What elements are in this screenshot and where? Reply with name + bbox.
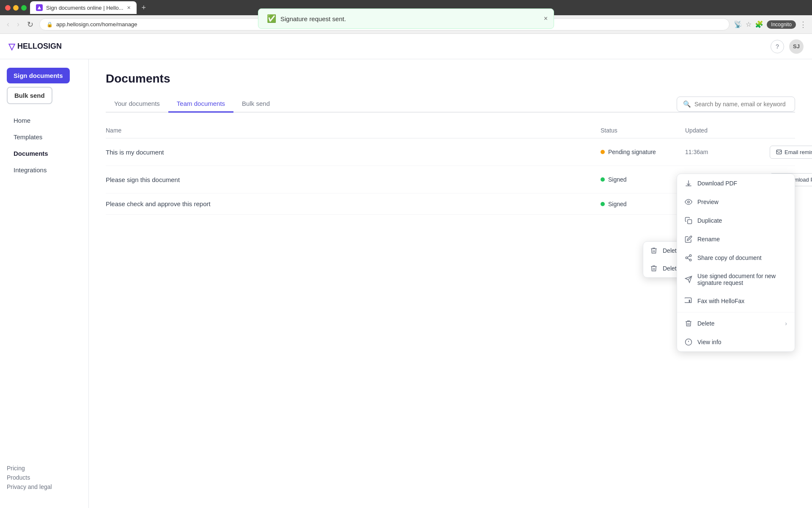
svg-line-7 [687,256,689,257]
maximize-window-btn[interactable] [21,5,27,11]
updated-time: 11:36am [685,149,770,155]
logo-icon: ▽ [8,41,15,52]
extensions-icon[interactable]: 🧩 [755,20,763,28]
main-content: Documents Your documents Team documents … [89,59,812,508]
menu-icon[interactable]: ⋮ [799,20,807,29]
document-context-menu: Download PDF Preview Duplicate Rename Sh… [677,174,795,352]
row-actions: Email reminder ⋮ [770,145,795,159]
incognito-badge: Incognito [767,20,796,29]
ctx-use-signed[interactable]: Use signed document for new signature re… [677,267,795,292]
sidebar-nav: Home Templates Documents Integrations [0,113,88,178]
page-title: Documents [106,72,795,86]
svg-point-1 [688,201,690,203]
eye-icon [685,198,692,206]
notification-content: ✅ Signature request sent. × [258,8,554,29]
status-dot-signed [601,202,605,206]
doc-name: Please sign this document [106,176,601,183]
tab-title: Sign documents online | Hello... [46,5,123,11]
svg-line-6 [687,258,689,260]
ctx-view-info[interactable]: View info [677,333,795,351]
ctx-rename-label: Rename [697,236,720,243]
tab-close-btn[interactable]: ✕ [127,5,131,11]
svg-point-4 [686,257,688,259]
search-input[interactable] [694,101,789,108]
col-name: Name [106,127,601,134]
avatar[interactable]: SJ [789,39,804,54]
status-cell: Pending signature [601,149,685,155]
sign-documents-btn[interactable]: Sign documents [7,68,70,83]
trash-icon [685,320,692,327]
browser-window-controls [5,5,27,11]
email-reminder-btn[interactable]: Email reminder [770,146,812,159]
copy-icon [685,217,692,224]
logo-text: HELLOSIGN [17,42,62,51]
sidebar-privacy-link[interactable]: Privacy and legal [7,483,82,490]
svg-point-5 [689,259,691,261]
lock-icon: 🔒 [47,22,53,28]
download-icon [685,179,692,187]
notification-message: Signature request sent. [280,15,346,22]
new-tab-btn[interactable]: + [142,3,146,12]
bookmark-icon[interactable]: ☆ [746,20,752,28]
app: ▽ HELLOSIGN ✅ Signature request sent. × … [0,34,812,508]
svg-point-3 [689,255,691,257]
main-layout: Sign documents Bulk send Home Templates … [0,59,812,508]
notification-close-btn[interactable]: × [544,15,548,22]
status-dot-signed [601,177,605,182]
forward-btn[interactable]: › [15,18,21,30]
back-btn[interactable]: ‹ [5,18,11,30]
sidebar-products-link[interactable]: Products [7,474,82,481]
cast-icon: 📡 [734,20,742,28]
trash-icon [650,247,658,254]
ctx-fax[interactable]: Fax with HelloFax [677,292,795,310]
reload-btn[interactable]: ↻ [25,18,35,31]
browser-tab[interactable]: Sign documents online | Hello... ✕ [30,1,137,14]
sidebar-top: Sign documents Bulk send Home Templates … [0,68,88,179]
sidebar-item-home[interactable]: Home [3,113,85,128]
status-dot-pending [601,150,605,154]
status-label: Signed [608,176,627,183]
status-cell: Signed [601,201,685,207]
ctx-download-pdf-label: Download PDF [697,180,737,187]
ctx-duplicate[interactable]: Duplicate [677,211,795,230]
col-status: Status [601,127,685,134]
hellosign-logo: ▽ HELLOSIGN [8,41,62,52]
status-label: Pending signature [608,149,656,155]
menu-divider [677,312,795,312]
doc-name: This is my document [106,149,601,156]
header-right: ? SJ [771,39,804,54]
notification-bar: ✅ Signature request sent. × [258,4,554,33]
envelope-icon [776,149,782,155]
search-icon: 🔍 [683,100,691,108]
search-container[interactable]: 🔍 [677,97,795,112]
ctx-fax-label: Fax with HelloFax [697,298,744,304]
tab-team-documents[interactable]: Team documents [168,96,233,113]
share-icon [685,254,692,262]
ctx-download-pdf[interactable]: Download PDF [677,174,795,193]
sidebar-item-templates[interactable]: Templates [3,129,85,145]
svg-rect-2 [688,220,692,224]
ctx-share-copy[interactable]: Share copy of document [677,248,795,267]
sidebar-item-integrations[interactable]: Integrations [3,162,85,178]
ctx-duplicate-label: Duplicate [697,217,722,224]
tab-your-documents[interactable]: Your documents [106,96,168,113]
ctx-share-copy-label: Share copy of document [697,254,762,261]
address-text: app.hellosign.com/home/manage [56,21,137,28]
close-window-btn[interactable] [5,5,11,11]
sidebar-item-documents[interactable]: Documents [3,146,85,161]
ctx-rename[interactable]: Rename [677,230,795,248]
ctx-use-signed-label: Use signed document for new signature re… [697,273,787,286]
edit-icon [685,235,692,243]
info-icon [685,338,692,346]
ctx-delete-label: Delete [697,320,714,327]
help-btn[interactable]: ? [771,40,784,53]
trash-icon [650,265,658,272]
ctx-preview[interactable]: Preview [677,193,795,211]
minimize-window-btn[interactable] [13,5,19,11]
bulk-send-btn[interactable]: Bulk send [7,87,52,104]
sidebar-pricing-link[interactable]: Pricing [7,465,82,472]
ctx-delete[interactable]: Delete › [677,314,795,333]
ctx-view-info-label: View info [697,339,721,345]
table-row: This is my document Pending signature 11… [106,138,795,166]
tab-bulk-send[interactable]: Bulk send [233,96,278,113]
